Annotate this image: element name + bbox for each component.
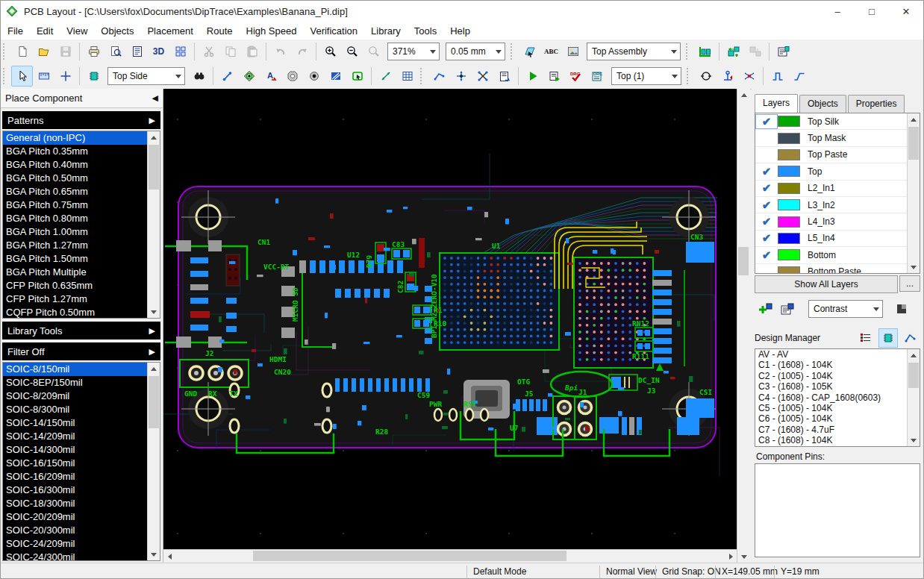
scrollbar-thumb[interactable] (908, 363, 919, 388)
scrollbar-thumb[interactable] (908, 127, 919, 160)
scroll-down-arrow[interactable] (148, 548, 160, 560)
paste-button[interactable] (241, 41, 263, 62)
layer-color-swatch[interactable] (778, 116, 800, 127)
undo-button[interactable] (269, 41, 291, 62)
pattern-list-item[interactable]: CFP Pitch 1.27mm (3, 292, 160, 306)
layer-row[interactable]: ✔Bottom (755, 247, 920, 263)
place-picture-button[interactable] (562, 41, 584, 62)
scroll-right-arrow[interactable] (725, 550, 737, 563)
place-via-button[interactable] (238, 66, 260, 87)
layer-color-swatch[interactable] (778, 166, 800, 177)
toolbar-grip[interactable] (686, 43, 692, 60)
layer-checkbox[interactable]: ✔ (755, 214, 778, 229)
toolbar-grip[interactable] (511, 43, 516, 60)
soic-scrollbar[interactable] (147, 363, 160, 560)
layer-setup-button[interactable] (776, 298, 798, 319)
soic-list-item[interactable]: SOIC-20/300mil (3, 524, 160, 537)
place-board-outline-button[interactable] (346, 66, 368, 87)
component-list-item[interactable]: C3 - (1608) - 105K (755, 381, 920, 392)
side-combobox[interactable]: Top Side (107, 67, 185, 85)
component-pins-list[interactable] (755, 463, 920, 557)
route-net-button[interactable]: A (260, 66, 281, 87)
menu-tools[interactable]: Tools (408, 23, 443, 39)
chevron-down-icon[interactable] (870, 301, 882, 317)
pattern-list-item[interactable]: General (non-IPC) (3, 131, 160, 145)
update-from-schematic-button[interactable] (722, 41, 744, 62)
unroute-net-button[interactable] (472, 66, 493, 87)
zoom-combobox[interactable]: 371% (387, 43, 440, 60)
tab-properties[interactable]: Properties (848, 95, 905, 114)
run-drc-button[interactable]: DRC (565, 66, 587, 87)
component-list-item[interactable]: C8 - (1608) - 104K (755, 435, 920, 445)
grid-table-button[interactable] (396, 66, 418, 87)
design-manager-scrollbar[interactable] (907, 349, 920, 446)
scroll-up-arrow[interactable] (148, 131, 160, 143)
tab-objects[interactable]: Objects (799, 95, 846, 114)
chevron-down-icon[interactable] (668, 43, 680, 60)
scrollbar-thumb[interactable] (738, 247, 749, 275)
patterns-section-header[interactable]: Patterns ▶ (2, 111, 160, 129)
place-pad-button[interactable] (281, 66, 303, 87)
layer-checkbox[interactable]: ✔ (755, 231, 778, 245)
redo-button[interactable] (291, 41, 313, 62)
scroll-up-arrow[interactable] (908, 113, 920, 125)
layer-color-swatch[interactable] (778, 266, 800, 274)
drc-setup-button[interactable]: DRC (587, 66, 608, 87)
back-annotate-button[interactable] (744, 41, 766, 62)
add-layer-button[interactable] (755, 298, 776, 319)
soic-list-item[interactable]: SOIC-20/209mil (3, 510, 160, 524)
menu-edit[interactable]: Edit (30, 23, 60, 39)
scroll-up-arrow[interactable] (908, 349, 920, 361)
scroll-up-arrow[interactable] (737, 89, 750, 101)
filter-section-header[interactable]: Filter Off ▶ (2, 342, 160, 360)
scroll-down-arrow[interactable] (737, 551, 750, 563)
menu-file[interactable]: File (1, 23, 30, 39)
menu-objects[interactable]: Objects (94, 23, 140, 39)
toolbar-grip[interactable] (420, 68, 426, 84)
via-style-button[interactable] (717, 66, 738, 87)
layer-color-swatch[interactable] (778, 216, 800, 228)
library-tools-section-header[interactable]: Library Tools ▶ (2, 322, 160, 339)
chevron-down-icon[interactable] (172, 68, 184, 84)
maximize-button[interactable]: □ (855, 1, 889, 22)
scroll-down-arrow[interactable] (148, 306, 160, 318)
tile-windows-button[interactable] (169, 41, 191, 62)
layer-row[interactable]: ✔L4_In3 (755, 213, 920, 230)
layer-color-swatch[interactable] (778, 233, 800, 244)
toolbar-grip[interactable] (3, 43, 9, 60)
traces-view-button[interactable] (901, 328, 920, 348)
grid-combobox[interactable]: 0.05 mm (446, 43, 505, 60)
soic-list-item[interactable]: SOIC-24/300mil (3, 551, 160, 561)
zoom-in-button[interactable] (319, 41, 341, 62)
move-trace-button[interactable] (450, 66, 472, 87)
pattern-list-item[interactable]: BGA Pitch 0.80mm (3, 212, 160, 225)
autorouter-setup-button[interactable] (543, 66, 565, 87)
soic-list-item[interactable]: SOIC-16/150mil (3, 457, 160, 470)
nets-view-button[interactable] (856, 328, 875, 348)
soic-list-item[interactable]: SOIC-8EP/150mil (3, 376, 160, 389)
place-text-button[interactable]: ABC (540, 41, 562, 62)
layer-color-swatch[interactable] (778, 249, 800, 260)
pattern-list-item[interactable]: BGA Pitch 0.75mm (3, 198, 160, 212)
scroll-left-arrow[interactable] (163, 550, 175, 563)
place-component-button[interactable] (83, 66, 104, 87)
zoom-window-button[interactable] (363, 41, 384, 62)
soic-list-item[interactable]: SOIC-14/209mil (3, 430, 160, 443)
titles-sheet-button[interactable] (126, 41, 148, 62)
canvas-vertical-scrollbar[interactable] (737, 89, 750, 563)
pattern-list-item[interactable]: CQFP Pitch 0.50mm (3, 306, 160, 319)
soic-list-item[interactable]: SOIC-18/300mil (3, 497, 160, 510)
menu-library[interactable]: Library (364, 23, 408, 39)
layer-row[interactable]: Top Mask (755, 130, 920, 146)
chevron-down-icon[interactable] (493, 43, 505, 60)
layer-color-swatch[interactable] (778, 199, 800, 210)
scroll-down-arrow[interactable] (908, 434, 920, 446)
pcb-canvas[interactable]: CN1 VCC-RT MICRO SD U12 R79 C83 C82 R1 R… (163, 89, 737, 549)
zoom-out-button[interactable] (341, 41, 363, 62)
layer-checkbox[interactable]: ✔ (755, 248, 778, 263)
measure-distance-button[interactable] (375, 66, 396, 87)
soic-list-item[interactable]: SOIC-16/209mil (3, 470, 160, 483)
find-component-button[interactable] (188, 66, 210, 87)
current-layer-combobox[interactable]: Top (1) (611, 67, 681, 85)
soic-list-item[interactable]: SOIC-8/150mil (3, 363, 160, 376)
